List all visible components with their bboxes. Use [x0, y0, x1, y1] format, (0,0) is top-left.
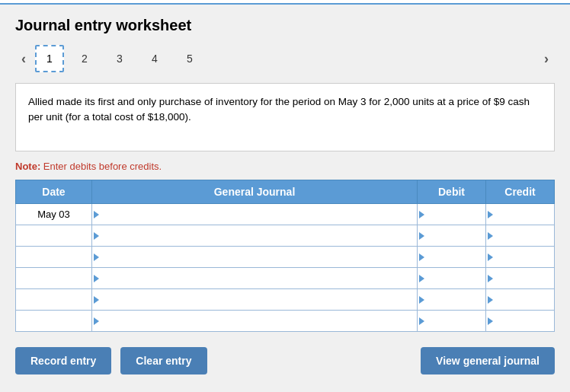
credit-input[interactable] [486, 225, 554, 246]
debit-cell[interactable] [418, 268, 486, 289]
general-journal-input[interactable] [92, 268, 417, 288]
debit-cell[interactable] [418, 289, 486, 311]
tabs-row: ‹ 1 2 3 4 5 › [15, 45, 555, 72]
tab-4[interactable]: 4 [140, 45, 169, 72]
table-row [16, 247, 555, 268]
general-journal-input[interactable] [92, 311, 417, 331]
date-cell [16, 268, 92, 289]
table-row [16, 225, 555, 247]
cell-arrow-icon [94, 296, 99, 304]
description-text: Allied made its first and only purchase … [28, 96, 530, 123]
debit-input[interactable] [418, 247, 485, 267]
general-journal-input[interactable] [92, 289, 417, 310]
credit-cell[interactable] [486, 268, 555, 289]
note-body: Enter debits before credits. [40, 161, 162, 172]
page-title: Journal entry worksheet [15, 17, 555, 34]
general-journal-input[interactable] [92, 225, 417, 246]
debit-input[interactable] [418, 289, 485, 310]
prev-arrow[interactable]: ‹ [15, 48, 32, 70]
cell-arrow-icon [488, 296, 493, 304]
credit-cell[interactable] [486, 289, 555, 311]
general-journal-input[interactable] [92, 247, 417, 267]
cell-arrow-icon [488, 275, 493, 282]
header-credit: Credit [486, 180, 555, 204]
tab-2[interactable]: 2 [70, 45, 99, 72]
credit-input[interactable] [486, 204, 554, 225]
tab-1[interactable]: 1 [35, 45, 64, 72]
debit-cell[interactable] [418, 225, 486, 247]
buttons-row: Record entry Clear entry View general jo… [15, 347, 555, 374]
credit-cell[interactable] [486, 225, 555, 247]
record-entry-button[interactable]: Record entry [15, 347, 111, 374]
general-journal-cell[interactable] [92, 247, 418, 268]
cell-arrow-icon [419, 232, 424, 240]
general-journal-cell[interactable] [92, 289, 418, 311]
description-box: Allied made its first and only purchase … [15, 83, 555, 151]
date-cell [16, 289, 92, 311]
credit-input[interactable] [486, 289, 554, 310]
debit-input[interactable] [418, 204, 485, 225]
debit-input[interactable] [418, 311, 485, 331]
table-row [16, 311, 555, 332]
table-row: May 03 [16, 204, 555, 225]
general-journal-input[interactable] [92, 204, 417, 225]
tab-5[interactable]: 5 [175, 45, 204, 72]
cell-arrow-icon [488, 232, 493, 240]
note-text: Note: Enter debits before credits. [15, 161, 555, 172]
date-cell: May 03 [16, 204, 92, 225]
cell-arrow-icon [419, 275, 424, 282]
credit-cell[interactable] [486, 204, 555, 225]
next-arrow[interactable]: › [538, 48, 555, 70]
general-journal-cell[interactable] [92, 204, 418, 225]
cell-arrow-icon [94, 253, 99, 261]
date-cell [16, 311, 92, 332]
clear-entry-button[interactable]: Clear entry [120, 347, 207, 374]
header-general-journal: General Journal [92, 180, 418, 204]
debit-input[interactable] [418, 268, 485, 288]
general-journal-cell[interactable] [92, 311, 418, 332]
table-row [16, 268, 555, 289]
cell-arrow-icon [488, 211, 493, 218]
table-row [16, 289, 555, 311]
debit-cell[interactable] [418, 311, 486, 332]
credit-cell[interactable] [486, 311, 555, 332]
general-journal-cell[interactable] [92, 268, 418, 289]
cell-arrow-icon [419, 317, 424, 325]
credit-cell[interactable] [486, 247, 555, 268]
cell-arrow-icon [419, 211, 424, 218]
general-journal-cell[interactable] [92, 225, 418, 247]
date-cell [16, 247, 92, 268]
journal-table: Date General Journal Debit Credit May 03 [15, 180, 555, 332]
cell-arrow-icon [94, 211, 99, 218]
cell-arrow-icon [419, 253, 424, 261]
header-date: Date [16, 180, 92, 204]
debit-input[interactable] [418, 225, 485, 246]
cell-arrow-icon [419, 296, 424, 304]
credit-input[interactable] [486, 247, 554, 267]
credit-input[interactable] [486, 311, 554, 331]
debit-cell[interactable] [418, 204, 486, 225]
cell-arrow-icon [94, 317, 99, 325]
credit-input[interactable] [486, 268, 554, 288]
cell-arrow-icon [94, 275, 99, 282]
header-debit: Debit [418, 180, 486, 204]
view-general-journal-button[interactable]: View general journal [421, 347, 555, 374]
cell-arrow-icon [94, 232, 99, 240]
debit-cell[interactable] [418, 247, 486, 268]
tab-3[interactable]: 3 [105, 45, 134, 72]
date-cell [16, 225, 92, 247]
note-label: Note: [15, 161, 40, 172]
cell-arrow-icon [488, 253, 493, 261]
cell-arrow-icon [488, 317, 493, 325]
